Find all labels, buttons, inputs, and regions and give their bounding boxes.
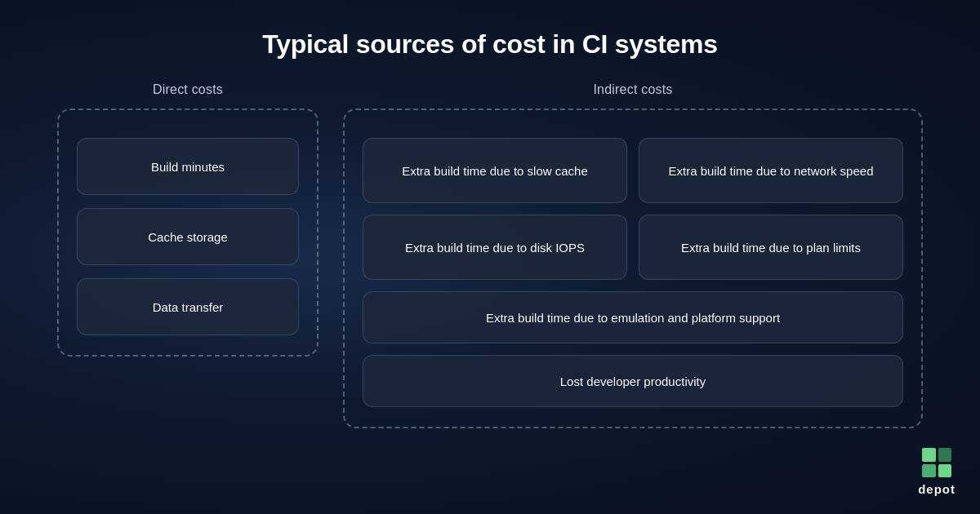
card-productivity: Lost developer productivity	[363, 355, 903, 407]
indirect-costs-box: Extra build time due to slow cache Extra…	[343, 109, 923, 428]
direct-costs-box: Build minutes Cache storage Data transfe…	[57, 109, 318, 357]
depot-icon	[922, 448, 951, 477]
card-emulation-text: Extra build time due to emulation and pl…	[486, 309, 780, 326]
card-build-minutes: Build minutes	[77, 138, 299, 195]
direct-cards-list: Build minutes Cache storage Data transfe…	[77, 138, 299, 335]
card-data-transfer: Data transfer	[77, 278, 299, 335]
card-plan-limits-text: Extra build time due to plan limits	[681, 239, 861, 256]
depot-logo-text: depot	[918, 482, 956, 496]
card-slow-cache-text: Extra build time due to slow cache	[402, 162, 588, 179]
card-plan-limits: Extra build time due to plan limits	[639, 215, 903, 280]
indirect-top-grid: Extra build time due to slow cache Extra…	[363, 138, 903, 280]
depot-icon-sq4	[938, 464, 952, 478]
page-title: Typical sources of cost in CI systems	[262, 29, 717, 60]
card-network-speed: Extra build time due to network speed	[639, 138, 903, 203]
direct-costs-column: Direct costs Build minutes Cache storage…	[57, 82, 318, 357]
card-disk-iops-text: Extra build time due to disk IOPS	[405, 239, 585, 256]
columns-wrapper: Direct costs Build minutes Cache storage…	[57, 82, 923, 428]
indirect-bottom-cards: Extra build time due to emulation and pl…	[363, 291, 903, 407]
depot-icon-sq1	[922, 448, 936, 462]
depot-icon-sq2	[938, 448, 952, 462]
card-network-speed-text: Extra build time due to network speed	[669, 162, 874, 179]
card-disk-iops: Extra build time due to disk IOPS	[363, 215, 627, 280]
indirect-costs-column: Indirect costs Extra build time due to s…	[343, 82, 923, 428]
card-slow-cache: Extra build time due to slow cache	[363, 138, 627, 203]
depot-icon-sq3	[922, 464, 936, 478]
depot-logo: depot	[918, 448, 956, 496]
card-data-transfer-text: Data transfer	[153, 299, 224, 316]
card-emulation: Extra build time due to emulation and pl…	[363, 291, 903, 343]
card-build-minutes-text: Build minutes	[151, 158, 225, 175]
card-productivity-text: Lost developer productivity	[560, 373, 706, 390]
indirect-costs-label: Indirect costs	[343, 82, 923, 97]
direct-costs-label: Direct costs	[57, 82, 318, 97]
card-cache-storage: Cache storage	[77, 208, 299, 265]
card-cache-storage-text: Cache storage	[148, 228, 228, 246]
